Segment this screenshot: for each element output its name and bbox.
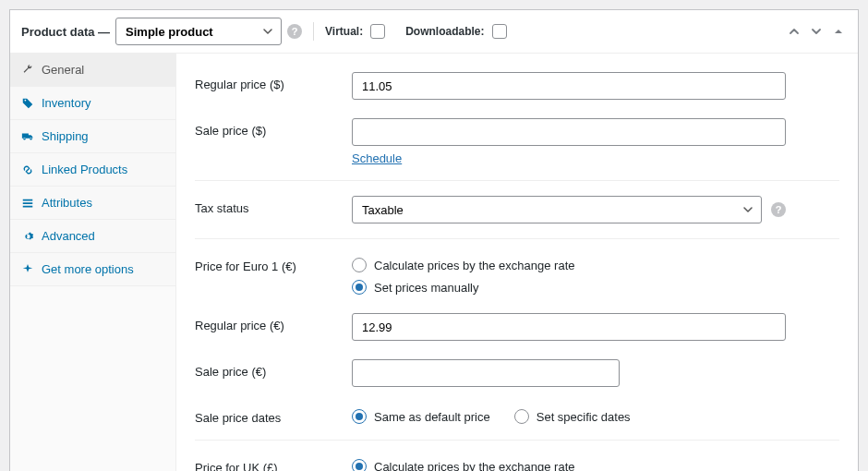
row-sale-price-dates: Sale price dates Same as default price S…	[195, 396, 839, 434]
label-sale-price-usd: Sale price ($)	[195, 118, 343, 138]
sidebar-item-linked-products[interactable]: Linked Products	[10, 153, 175, 187]
radio-input-euro-exchange[interactable]	[352, 258, 367, 272]
help-icon[interactable]: ?	[287, 24, 302, 39]
sidebar-item-general[interactable]: General	[10, 54, 175, 87]
sidebar-item-label: General	[42, 63, 84, 77]
product-data-panel: Product data — Simple product ? Virtual:…	[9, 9, 859, 471]
row-regular-price-usd: Regular price ($)	[195, 63, 839, 109]
sidebar-item-label: Attributes	[42, 196, 92, 210]
divider	[195, 180, 839, 181]
sidebar: General Inventory Shipping Linked Produc…	[10, 54, 176, 471]
row-price-uk: Price for UK (£) Calculate prices by the…	[195, 446, 839, 471]
radio-euro-manual[interactable]: Set prices manually	[352, 280, 786, 295]
truck-icon	[21, 130, 34, 143]
label-regular-price-eur: Regular price (€)	[195, 313, 343, 332]
input-sale-price-eur[interactable]	[352, 359, 620, 387]
divider	[195, 440, 839, 441]
product-type-select[interactable]: Simple product	[115, 18, 282, 45]
virtual-label: Virtual:	[325, 25, 363, 38]
row-price-euro: Price for Euro 1 (€) Calculate prices by…	[195, 245, 839, 304]
input-regular-price-eur[interactable]	[352, 313, 786, 341]
radio-label: Set specific dates	[536, 410, 631, 424]
wrench-icon	[21, 64, 34, 77]
sidebar-item-label: Get more options	[42, 262, 134, 276]
row-tax-status: Tax status Taxable ?	[195, 187, 839, 233]
radio-dates-same[interactable]: Same as default price	[352, 409, 490, 424]
panel-header-controls	[786, 23, 847, 40]
input-regular-price-usd[interactable]	[352, 72, 786, 100]
sidebar-item-shipping[interactable]: Shipping	[10, 120, 175, 153]
panel-header: Product data — Simple product ? Virtual:…	[10, 10, 858, 54]
sidebar-item-label: Linked Products	[42, 163, 127, 176]
panel-body: General Inventory Shipping Linked Produc…	[10, 54, 858, 471]
help-icon[interactable]: ?	[771, 202, 786, 217]
list-icon	[21, 197, 34, 210]
radio-input-uk-exchange[interactable]	[352, 459, 367, 471]
sidebar-item-label: Advanced	[42, 229, 95, 243]
downloadable-label: Downloadable:	[405, 25, 484, 38]
radio-euro-exchange[interactable]: Calculate prices by the exchange rate	[352, 258, 786, 272]
label-price-euro: Price for Euro 1 (€)	[195, 254, 343, 273]
sidebar-item-attributes[interactable]: Attributes	[10, 187, 175, 220]
radio-input-dates-same[interactable]	[352, 409, 367, 424]
row-regular-price-eur: Regular price (€)	[195, 304, 839, 350]
spark-icon	[21, 263, 34, 276]
select-tax-status[interactable]: Taxable	[352, 196, 762, 223]
chevron-up-icon[interactable]	[786, 23, 802, 40]
radio-label: Same as default price	[374, 410, 490, 424]
caret-up-icon[interactable]	[830, 23, 847, 40]
radio-uk-exchange[interactable]: Calculate prices by the exchange rate	[352, 459, 786, 471]
radio-label: Set prices manually	[374, 281, 478, 295]
tag-icon	[21, 97, 34, 110]
divider	[313, 22, 314, 41]
label-price-uk: Price for UK (£)	[195, 455, 343, 471]
sidebar-item-get-more-options[interactable]: Get more options	[10, 253, 175, 286]
label-sale-price-eur: Sale price (€)	[195, 359, 343, 379]
sidebar-item-label: Shipping	[42, 129, 89, 143]
label-regular-price-usd: Regular price ($)	[195, 72, 343, 91]
divider	[195, 238, 839, 239]
downloadable-checkbox[interactable]	[492, 24, 507, 39]
row-sale-price-eur: Sale price (€)	[195, 350, 839, 396]
schedule-link[interactable]: Schedule	[352, 151, 402, 165]
radio-input-euro-manual[interactable]	[352, 280, 367, 295]
virtual-checkbox[interactable]	[370, 24, 385, 39]
label-sale-price-dates: Sale price dates	[195, 405, 343, 425]
sidebar-item-label: Inventory	[42, 96, 90, 110]
radio-dates-specific[interactable]: Set specific dates	[514, 409, 631, 424]
link-icon	[21, 163, 34, 176]
radio-label: Calculate prices by the exchange rate	[374, 460, 575, 472]
row-sale-price-usd: Sale price ($) Schedule	[195, 109, 839, 175]
radio-label: Calculate prices by the exchange rate	[374, 259, 575, 272]
panel-title: Product data —	[21, 25, 110, 39]
content: Regular price ($) Sale price ($) Schedul…	[176, 54, 858, 471]
gear-icon	[21, 230, 34, 243]
label-tax-status: Tax status	[195, 196, 343, 215]
radio-input-dates-specific[interactable]	[514, 409, 529, 424]
input-sale-price-usd[interactable]	[352, 118, 786, 146]
chevron-down-icon[interactable]	[808, 23, 825, 40]
sidebar-item-advanced[interactable]: Advanced	[10, 220, 175, 253]
sidebar-item-inventory[interactable]: Inventory	[10, 87, 175, 120]
